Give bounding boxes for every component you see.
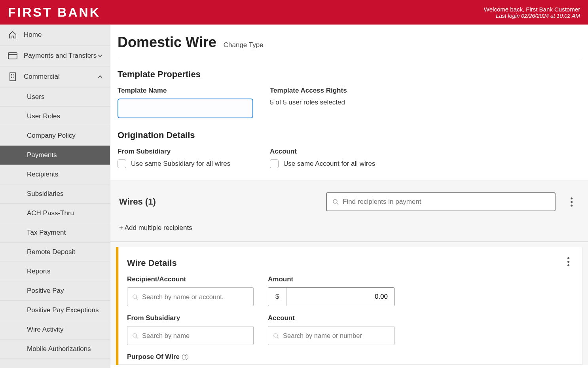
sidebar-item-reports[interactable]: Reports bbox=[0, 262, 110, 281]
sidebar-item-home[interactable]: Home bbox=[0, 25, 110, 46]
sidebar-item-commercial[interactable]: Commercial bbox=[0, 66, 110, 87]
sidebar-item-label: Recipients bbox=[27, 171, 58, 178]
sidebar-item-users[interactable]: Users bbox=[0, 87, 110, 107]
wires-more-menu[interactable] bbox=[563, 197, 579, 207]
welcome-text: Welcome back, First Bank Customer bbox=[484, 6, 580, 13]
sidebar-item-label: Subsidiaries bbox=[27, 190, 64, 198]
chevron-down-icon bbox=[97, 53, 103, 59]
sidebar-item-remote-deposit[interactable]: Remote Deposit bbox=[0, 243, 110, 262]
account-label: Account bbox=[270, 148, 406, 156]
sidebar-item-label: Wire Activity bbox=[27, 326, 64, 334]
template-properties-heading: Template Properties bbox=[118, 69, 581, 80]
sidebar-item-wire-activity[interactable]: Wire Activity bbox=[0, 320, 110, 340]
building-icon bbox=[7, 72, 18, 82]
sidebar-item-tax-payment[interactable]: Tax Payment bbox=[0, 223, 110, 243]
page-title: Domestic Wire bbox=[118, 34, 216, 51]
sidebar-item-positive-pay-exceptions[interactable]: Positive Pay Exceptions bbox=[0, 301, 110, 320]
amount-input[interactable] bbox=[286, 288, 394, 306]
divider bbox=[118, 58, 581, 58]
origination-details-heading: Origination Details bbox=[118, 130, 581, 140]
template-name-label: Template Name bbox=[118, 87, 254, 95]
kebab-icon bbox=[567, 257, 569, 266]
add-multiple-recipients-link[interactable]: + Add multiple recipients bbox=[119, 224, 579, 232]
chevron-up-icon bbox=[97, 74, 103, 80]
sidebar-item-label: Reports bbox=[27, 267, 51, 275]
amount-field[interactable]: $ bbox=[268, 287, 395, 306]
sidebar-item-user-roles[interactable]: User Roles bbox=[0, 107, 110, 126]
recipient-account-field[interactable] bbox=[127, 287, 254, 306]
svg-point-9 bbox=[333, 199, 337, 203]
sidebar-item-label: Company Policy bbox=[27, 132, 76, 140]
sidebar-item-label: Positive Pay bbox=[27, 287, 64, 295]
sidebar: Home Payments and Transfers Commercial U… bbox=[0, 25, 110, 368]
sidebar-item-label: Users bbox=[27, 93, 44, 101]
sidebar-item-label: Remote Deposit bbox=[27, 248, 75, 256]
template-name-input[interactable] bbox=[118, 99, 253, 118]
from-subsidiary-label: From Subsidiary bbox=[118, 148, 254, 156]
svg-line-16 bbox=[277, 337, 279, 338]
purpose-of-wire-label: Purpose Of Wire ? bbox=[127, 353, 188, 361]
same-subsidiary-checkbox-label: Use same Subsidiary for all wires bbox=[131, 160, 230, 168]
last-login-text: Last login 02/26/2024 at 10:02 AM bbox=[484, 13, 580, 19]
wire-from-subsidiary-input[interactable] bbox=[142, 332, 248, 340]
svg-point-13 bbox=[133, 333, 137, 337]
card-icon bbox=[7, 51, 18, 61]
svg-point-11 bbox=[133, 294, 137, 298]
template-access-label: Template Access Rights bbox=[270, 87, 406, 95]
sidebar-item-label: Payments and Transfers bbox=[24, 52, 97, 60]
sidebar-item-label: User Roles bbox=[27, 112, 60, 120]
wires-section: Wires (1) + Add multiple recipients bbox=[110, 180, 588, 241]
find-recipients-input[interactable] bbox=[343, 198, 549, 206]
sidebar-item-recipients[interactable]: Recipients bbox=[0, 165, 110, 184]
same-subsidiary-checkbox[interactable] bbox=[118, 159, 126, 168]
sidebar-item-positive-pay[interactable]: Positive Pay bbox=[0, 281, 110, 301]
recipient-account-input[interactable] bbox=[142, 293, 248, 301]
wire-from-subsidiary-field[interactable] bbox=[127, 326, 254, 345]
svg-line-14 bbox=[136, 337, 138, 338]
recipient-account-label: Recipient/Account bbox=[127, 275, 254, 283]
app-header: FIRST BANK Welcome back, First Bank Cust… bbox=[0, 0, 588, 25]
wire-account-field[interactable] bbox=[268, 326, 395, 345]
wire-details-more-menu[interactable] bbox=[560, 257, 576, 266]
sidebar-item-label: Mobile Authorizations bbox=[27, 345, 91, 353]
amount-label: Amount bbox=[268, 275, 395, 283]
sidebar-item-payments[interactable]: Payments bbox=[0, 146, 110, 165]
svg-rect-0 bbox=[8, 53, 17, 59]
sidebar-item-mobile-authorizations[interactable]: Mobile Authorizations bbox=[0, 340, 110, 359]
sidebar-item-label: ACH Pass-Thru bbox=[27, 209, 74, 217]
same-account-checkbox-label: Use same Account for all wires bbox=[283, 160, 375, 168]
currency-symbol: $ bbox=[268, 288, 286, 306]
svg-point-15 bbox=[274, 333, 277, 337]
purpose-of-wire-text: Purpose Of Wire bbox=[127, 353, 180, 361]
svg-rect-2 bbox=[10, 73, 15, 81]
sidebar-item-company-policy[interactable]: Company Policy bbox=[0, 126, 110, 146]
template-access-text: 5 of 5 user roles selected bbox=[270, 99, 406, 106]
sidebar-item-label: Home bbox=[24, 31, 42, 39]
wire-details-card: Wire Details Recipient/Account bbox=[116, 247, 582, 365]
svg-line-12 bbox=[136, 298, 138, 300]
bank-logo: FIRST BANK bbox=[8, 5, 101, 20]
same-account-checkbox[interactable] bbox=[270, 159, 279, 168]
wires-heading: Wires (1) bbox=[119, 197, 156, 207]
sidebar-item-ach-passthru[interactable]: ACH Pass-Thru bbox=[0, 204, 110, 223]
help-icon[interactable]: ? bbox=[182, 354, 188, 360]
search-icon bbox=[132, 333, 138, 339]
change-type-link[interactable]: Change Type bbox=[224, 41, 264, 49]
home-icon bbox=[7, 30, 18, 40]
kebab-icon bbox=[571, 197, 573, 207]
sidebar-item-label: Commercial bbox=[24, 73, 60, 81]
sidebar-item-label: Tax Payment bbox=[27, 229, 66, 237]
wire-account-input[interactable] bbox=[283, 332, 389, 340]
sidebar-item-payments-transfers[interactable]: Payments and Transfers bbox=[0, 46, 110, 66]
sidebar-item-label: Positive Pay Exceptions bbox=[27, 306, 99, 314]
sidebar-item-label: Payments bbox=[27, 151, 57, 159]
sidebar-item-subsidiaries[interactable]: Subsidiaries bbox=[0, 184, 110, 204]
search-icon bbox=[132, 294, 138, 300]
wire-account-label: Account bbox=[268, 314, 395, 322]
find-recipients-search[interactable] bbox=[326, 192, 556, 211]
main-content: Domestic Wire Change Type Template Prope… bbox=[110, 25, 588, 368]
wire-from-subsidiary-label: From Subsidiary bbox=[127, 314, 254, 322]
wire-details-heading: Wire Details bbox=[127, 258, 177, 268]
svg-line-10 bbox=[337, 203, 338, 205]
welcome-block: Welcome back, First Bank Customer Last l… bbox=[484, 6, 580, 19]
